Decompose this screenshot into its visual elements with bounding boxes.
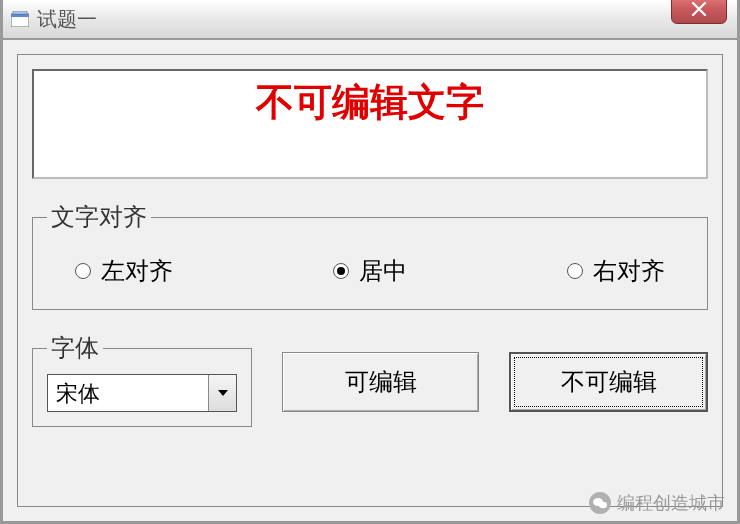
svg-point-4 (599, 502, 607, 508)
button-label: 不可编辑 (561, 366, 657, 398)
text-display: 不可编辑文字 (32, 69, 708, 179)
font-selected: 宋体 (48, 375, 208, 411)
combo-dropdown-button[interactable] (208, 375, 236, 411)
radio-label: 居中 (359, 255, 407, 287)
svg-rect-1 (11, 14, 29, 17)
button-label: 可编辑 (345, 366, 417, 398)
svg-rect-2 (13, 11, 27, 14)
close-button[interactable] (671, 0, 727, 24)
watermark-text: 编程创造城市 (617, 491, 725, 515)
readonly-button[interactable]: 不可编辑 (509, 352, 708, 412)
app-icon (11, 11, 29, 27)
main-panel: 不可编辑文字 文字对齐 左对齐 居中 右对齐 (17, 54, 723, 507)
watermark: 编程创造城市 (589, 491, 725, 515)
font-combobox[interactable]: 宋体 (47, 374, 237, 412)
wechat-icon (589, 492, 611, 514)
alignment-options: 左对齐 居中 右对齐 (47, 255, 693, 287)
editable-button[interactable]: 可编辑 (282, 352, 479, 412)
alignment-group: 文字对齐 左对齐 居中 右对齐 (32, 201, 708, 310)
window-title: 试题一 (37, 6, 97, 33)
bottom-row: 字体 宋体 可编辑 不可编辑 (32, 332, 708, 427)
font-group: 字体 宋体 (32, 332, 252, 427)
radio-label: 右对齐 (593, 255, 665, 287)
radio-left-align[interactable]: 左对齐 (75, 255, 173, 287)
window: 试题一 不可编辑文字 文字对齐 左对齐 居中 (0, 0, 740, 524)
chevron-down-icon (217, 389, 229, 397)
alignment-legend: 文字对齐 (47, 201, 151, 233)
titlebar: 试题一 (3, 0, 737, 40)
font-legend: 字体 (47, 332, 103, 364)
radio-icon (567, 263, 583, 279)
close-icon (691, 2, 707, 16)
text-display-value: 不可编辑文字 (256, 81, 484, 123)
radio-center-align[interactable]: 居中 (333, 255, 407, 287)
radio-label: 左对齐 (101, 255, 173, 287)
client-area: 不可编辑文字 文字对齐 左对齐 居中 右对齐 (3, 40, 737, 521)
radio-right-align[interactable]: 右对齐 (567, 255, 665, 287)
radio-icon (333, 263, 349, 279)
radio-icon (75, 263, 91, 279)
